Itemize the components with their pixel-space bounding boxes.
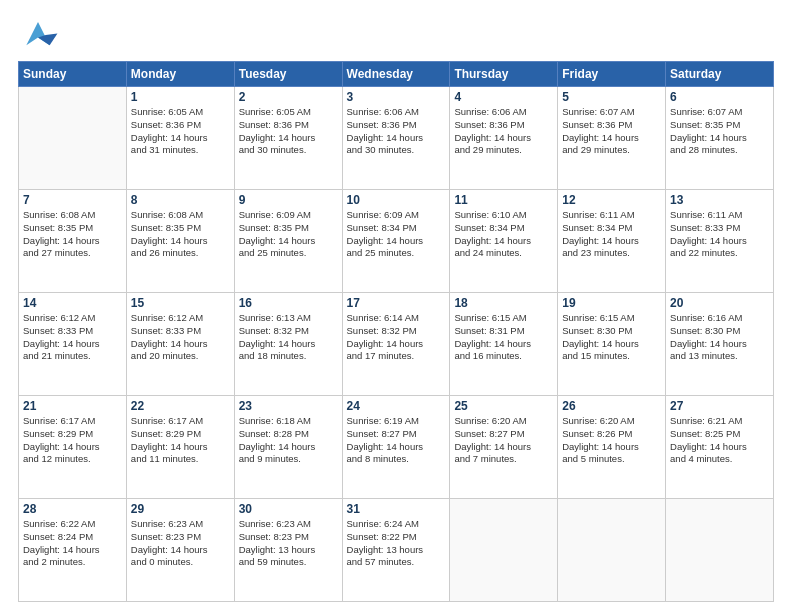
calendar-cell: 30Sunrise: 6:23 AMSunset: 8:23 PMDayligh… (234, 499, 342, 602)
calendar-day-header: Friday (558, 62, 666, 87)
calendar-table: SundayMondayTuesdayWednesdayThursdayFrid… (18, 61, 774, 602)
day-info: Sunrise: 6:16 AMSunset: 8:30 PMDaylight:… (670, 312, 769, 363)
day-info: Sunrise: 6:09 AMSunset: 8:34 PMDaylight:… (347, 209, 446, 260)
day-number: 22 (131, 399, 230, 413)
day-number: 29 (131, 502, 230, 516)
day-info: Sunrise: 6:08 AMSunset: 8:35 PMDaylight:… (23, 209, 122, 260)
calendar-cell: 23Sunrise: 6:18 AMSunset: 8:28 PMDayligh… (234, 396, 342, 499)
day-number: 2 (239, 90, 338, 104)
calendar-day-header: Monday (126, 62, 234, 87)
calendar-week-row: 14Sunrise: 6:12 AMSunset: 8:33 PMDayligh… (19, 293, 774, 396)
day-info: Sunrise: 6:23 AMSunset: 8:23 PMDaylight:… (131, 518, 230, 569)
day-info: Sunrise: 6:18 AMSunset: 8:28 PMDaylight:… (239, 415, 338, 466)
calendar-week-row: 1Sunrise: 6:05 AMSunset: 8:36 PMDaylight… (19, 87, 774, 190)
calendar-cell: 10Sunrise: 6:09 AMSunset: 8:34 PMDayligh… (342, 190, 450, 293)
calendar-week-row: 28Sunrise: 6:22 AMSunset: 8:24 PMDayligh… (19, 499, 774, 602)
day-number: 10 (347, 193, 446, 207)
day-number: 3 (347, 90, 446, 104)
day-number: 8 (131, 193, 230, 207)
day-info: Sunrise: 6:19 AMSunset: 8:27 PMDaylight:… (347, 415, 446, 466)
calendar-cell (450, 499, 558, 602)
day-info: Sunrise: 6:15 AMSunset: 8:31 PMDaylight:… (454, 312, 553, 363)
day-info: Sunrise: 6:17 AMSunset: 8:29 PMDaylight:… (131, 415, 230, 466)
day-number: 25 (454, 399, 553, 413)
day-number: 16 (239, 296, 338, 310)
day-number: 26 (562, 399, 661, 413)
calendar-cell: 22Sunrise: 6:17 AMSunset: 8:29 PMDayligh… (126, 396, 234, 499)
calendar-cell: 6Sunrise: 6:07 AMSunset: 8:35 PMDaylight… (666, 87, 774, 190)
calendar-cell: 7Sunrise: 6:08 AMSunset: 8:35 PMDaylight… (19, 190, 127, 293)
day-number: 5 (562, 90, 661, 104)
day-info: Sunrise: 6:20 AMSunset: 8:27 PMDaylight:… (454, 415, 553, 466)
day-info: Sunrise: 6:07 AMSunset: 8:36 PMDaylight:… (562, 106, 661, 157)
day-info: Sunrise: 6:14 AMSunset: 8:32 PMDaylight:… (347, 312, 446, 363)
logo-icon (18, 18, 58, 53)
calendar-cell: 13Sunrise: 6:11 AMSunset: 8:33 PMDayligh… (666, 190, 774, 293)
calendar-cell (558, 499, 666, 602)
calendar-day-header: Thursday (450, 62, 558, 87)
day-info: Sunrise: 6:12 AMSunset: 8:33 PMDaylight:… (131, 312, 230, 363)
day-info: Sunrise: 6:08 AMSunset: 8:35 PMDaylight:… (131, 209, 230, 260)
day-number: 19 (562, 296, 661, 310)
day-number: 30 (239, 502, 338, 516)
calendar-cell: 20Sunrise: 6:16 AMSunset: 8:30 PMDayligh… (666, 293, 774, 396)
calendar-day-header: Wednesday (342, 62, 450, 87)
day-number: 9 (239, 193, 338, 207)
calendar-cell: 24Sunrise: 6:19 AMSunset: 8:27 PMDayligh… (342, 396, 450, 499)
calendar-cell: 2Sunrise: 6:05 AMSunset: 8:36 PMDaylight… (234, 87, 342, 190)
day-info: Sunrise: 6:09 AMSunset: 8:35 PMDaylight:… (239, 209, 338, 260)
calendar-day-header: Sunday (19, 62, 127, 87)
day-number: 24 (347, 399, 446, 413)
calendar-cell (19, 87, 127, 190)
day-number: 27 (670, 399, 769, 413)
day-info: Sunrise: 6:11 AMSunset: 8:33 PMDaylight:… (670, 209, 769, 260)
day-info: Sunrise: 6:17 AMSunset: 8:29 PMDaylight:… (23, 415, 122, 466)
day-info: Sunrise: 6:12 AMSunset: 8:33 PMDaylight:… (23, 312, 122, 363)
day-info: Sunrise: 6:06 AMSunset: 8:36 PMDaylight:… (454, 106, 553, 157)
day-number: 28 (23, 502, 122, 516)
calendar-day-header: Saturday (666, 62, 774, 87)
day-number: 18 (454, 296, 553, 310)
calendar-cell: 15Sunrise: 6:12 AMSunset: 8:33 PMDayligh… (126, 293, 234, 396)
calendar-header-row: SundayMondayTuesdayWednesdayThursdayFrid… (19, 62, 774, 87)
day-info: Sunrise: 6:11 AMSunset: 8:34 PMDaylight:… (562, 209, 661, 260)
day-info: Sunrise: 6:10 AMSunset: 8:34 PMDaylight:… (454, 209, 553, 260)
page: SundayMondayTuesdayWednesdayThursdayFrid… (0, 0, 792, 612)
calendar-cell: 31Sunrise: 6:24 AMSunset: 8:22 PMDayligh… (342, 499, 450, 602)
calendar-cell: 16Sunrise: 6:13 AMSunset: 8:32 PMDayligh… (234, 293, 342, 396)
day-info: Sunrise: 6:23 AMSunset: 8:23 PMDaylight:… (239, 518, 338, 569)
calendar-cell: 1Sunrise: 6:05 AMSunset: 8:36 PMDaylight… (126, 87, 234, 190)
day-number: 14 (23, 296, 122, 310)
day-number: 12 (562, 193, 661, 207)
calendar-week-row: 7Sunrise: 6:08 AMSunset: 8:35 PMDaylight… (19, 190, 774, 293)
calendar-cell: 29Sunrise: 6:23 AMSunset: 8:23 PMDayligh… (126, 499, 234, 602)
calendar-cell: 25Sunrise: 6:20 AMSunset: 8:27 PMDayligh… (450, 396, 558, 499)
calendar-cell: 19Sunrise: 6:15 AMSunset: 8:30 PMDayligh… (558, 293, 666, 396)
day-number: 1 (131, 90, 230, 104)
day-number: 20 (670, 296, 769, 310)
day-info: Sunrise: 6:07 AMSunset: 8:35 PMDaylight:… (670, 106, 769, 157)
calendar-cell (666, 499, 774, 602)
day-number: 13 (670, 193, 769, 207)
day-number: 15 (131, 296, 230, 310)
calendar-cell: 4Sunrise: 6:06 AMSunset: 8:36 PMDaylight… (450, 87, 558, 190)
calendar-cell: 12Sunrise: 6:11 AMSunset: 8:34 PMDayligh… (558, 190, 666, 293)
day-info: Sunrise: 6:21 AMSunset: 8:25 PMDaylight:… (670, 415, 769, 466)
day-info: Sunrise: 6:06 AMSunset: 8:36 PMDaylight:… (347, 106, 446, 157)
calendar-cell: 14Sunrise: 6:12 AMSunset: 8:33 PMDayligh… (19, 293, 127, 396)
day-number: 23 (239, 399, 338, 413)
day-info: Sunrise: 6:05 AMSunset: 8:36 PMDaylight:… (239, 106, 338, 157)
day-number: 11 (454, 193, 553, 207)
calendar-cell: 18Sunrise: 6:15 AMSunset: 8:31 PMDayligh… (450, 293, 558, 396)
calendar-cell: 17Sunrise: 6:14 AMSunset: 8:32 PMDayligh… (342, 293, 450, 396)
day-number: 7 (23, 193, 122, 207)
day-number: 31 (347, 502, 446, 516)
calendar-cell: 26Sunrise: 6:20 AMSunset: 8:26 PMDayligh… (558, 396, 666, 499)
calendar-cell: 21Sunrise: 6:17 AMSunset: 8:29 PMDayligh… (19, 396, 127, 499)
calendar-cell: 8Sunrise: 6:08 AMSunset: 8:35 PMDaylight… (126, 190, 234, 293)
calendar-day-header: Tuesday (234, 62, 342, 87)
day-info: Sunrise: 6:20 AMSunset: 8:26 PMDaylight:… (562, 415, 661, 466)
day-number: 21 (23, 399, 122, 413)
calendar-cell: 3Sunrise: 6:06 AMSunset: 8:36 PMDaylight… (342, 87, 450, 190)
calendar-cell: 5Sunrise: 6:07 AMSunset: 8:36 PMDaylight… (558, 87, 666, 190)
